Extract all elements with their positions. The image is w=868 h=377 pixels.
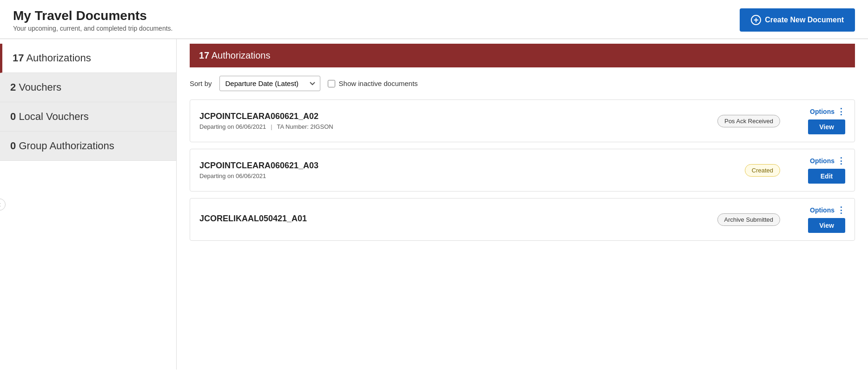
sidebar-item-authorizations-count: 17 [13, 52, 24, 64]
doc-meta-1: Departing on 06/06/2021 | TA Number: 2IG… [199, 123, 717, 130]
doc-title-1: JCPOINTCLEARA060621_A02 [199, 112, 717, 121]
section-title-label: Authorizations [212, 50, 271, 60]
options-label-1: Options [810, 108, 835, 115]
doc-departing-1: Departing on 06/06/2021 [199, 123, 266, 130]
document-card-1: JCPOINTCLEARA060621_A02 Departing on 06/… [190, 99, 855, 142]
sidebar-collapse-button[interactable]: ‹ [0, 198, 6, 211]
doc-meta-2: Departing on 06/06/2021 [199, 172, 745, 179]
view-button-1[interactable]: View [808, 119, 845, 134]
doc-departing-2: Departing on 06/06/2021 [199, 172, 266, 179]
create-new-document-button[interactable]: + Create New Document [740, 8, 855, 32]
sidebar-item-local-vouchers[interactable]: 0 Local Vouchers [0, 102, 176, 132]
status-badge-2: Created [745, 164, 780, 177]
doc-status-actions-2: Created Options ⋮ Edit [745, 157, 845, 184]
document-card-3: JCORELIKAAL050421_A01 Archive Submitted … [190, 198, 855, 241]
sidebar-item-vouchers-count: 2 [10, 81, 16, 93]
section-count: 17 [199, 50, 209, 60]
options-label-2: Options [810, 157, 835, 165]
doc-actions-1: Options ⋮ View [789, 107, 845, 134]
sidebar-item-group-authorizations[interactable]: 0 Group Authorizations [0, 132, 176, 161]
sidebar-item-authorizations-label: Authorizations [26, 52, 91, 64]
status-badge-3: Archive Submitted [717, 213, 781, 226]
sort-select[interactable]: Departure Date (Latest) Departure Date (… [219, 76, 320, 91]
sidebar-item-vouchers-label: Vouchers [19, 81, 61, 93]
options-label-3: Options [810, 206, 835, 214]
inactive-documents-checkbox[interactable] [328, 80, 335, 87]
doc-ta-number-1: TA Number: 2IGSON [277, 123, 333, 130]
sidebar: ‹ 17 Authorizations 2 Vouchers 0 Local V… [0, 39, 177, 370]
sidebar-item-authorizations[interactable]: 17 Authorizations [0, 44, 176, 73]
main-layout: ‹ 17 Authorizations 2 Vouchers 0 Local V… [0, 39, 868, 370]
sort-label: Sort by [190, 79, 212, 87]
doc-actions-2: Options ⋮ Edit [789, 157, 845, 184]
sidebar-item-vouchers[interactable]: 2 Vouchers [0, 73, 176, 102]
content-area: 17 Authorizations Sort by Departure Date… [177, 39, 868, 370]
view-button-3[interactable]: View [808, 218, 845, 233]
options-link-1[interactable]: Options ⋮ [810, 107, 845, 116]
inactive-documents-label: Show inactive documents [339, 79, 418, 87]
doc-title-3: JCORELIKAAL050421_A01 [199, 214, 717, 224]
options-link-3[interactable]: Options ⋮ [810, 206, 845, 214]
page-title: My Travel Documents [13, 8, 172, 23]
sidebar-item-local-vouchers-count: 0 [10, 111, 16, 122]
options-dots-1: ⋮ [837, 107, 845, 116]
doc-title-2: JCPOINTCLEARA060621_A03 [199, 161, 745, 171]
status-badge-1: Pos Ack Received [717, 115, 780, 127]
sidebar-item-local-vouchers-label: Local Vouchers [19, 111, 88, 122]
page-subtitle: Your upcoming, current, and completed tr… [13, 25, 172, 32]
page-header: My Travel Documents Your upcoming, curre… [0, 0, 868, 39]
doc-actions-3: Options ⋮ View [789, 206, 845, 233]
doc-info-2: JCPOINTCLEARA060621_A03 Departing on 06/… [199, 161, 745, 179]
sort-bar: Sort by Departure Date (Latest) Departur… [190, 76, 855, 91]
doc-separator-1: | [271, 123, 272, 130]
create-button-label: Create New Document [765, 16, 844, 24]
doc-info-1: JCPOINTCLEARA060621_A02 Departing on 06/… [199, 112, 717, 130]
plus-icon: + [751, 15, 761, 25]
inactive-documents-toggle[interactable]: Show inactive documents [328, 79, 418, 87]
sidebar-item-group-auth-count: 0 [10, 140, 16, 152]
header-title-block: My Travel Documents Your upcoming, curre… [13, 8, 172, 32]
doc-info-3: JCORELIKAAL050421_A01 [199, 214, 717, 225]
edit-button-2[interactable]: Edit [808, 169, 845, 184]
document-card-2: JCPOINTCLEARA060621_A03 Departing on 06/… [190, 149, 855, 192]
doc-status-actions-1: Pos Ack Received Options ⋮ View [717, 107, 845, 134]
options-dots-2: ⋮ [837, 157, 845, 165]
options-link-2[interactable]: Options ⋮ [810, 157, 845, 165]
section-header: 17 Authorizations [190, 44, 855, 67]
options-dots-3: ⋮ [837, 206, 845, 214]
doc-status-actions-3: Archive Submitted Options ⋮ View [717, 206, 846, 233]
sidebar-item-group-auth-label: Group Authorizations [19, 140, 114, 152]
